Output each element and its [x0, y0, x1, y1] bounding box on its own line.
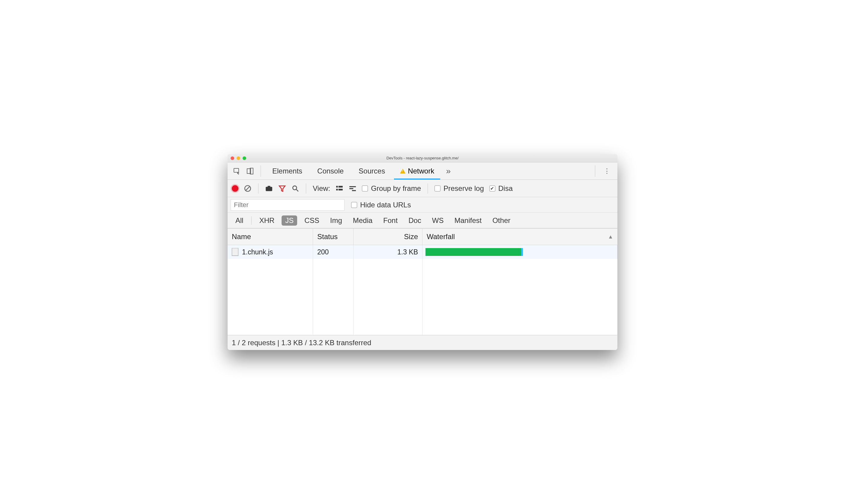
hide-data-urls-option[interactable]: Hide data URLs — [351, 201, 411, 209]
overview-icon[interactable] — [349, 184, 356, 192]
svg-rect-0 — [234, 168, 239, 172]
type-xhr[interactable]: XHR — [256, 215, 278, 226]
filter-icon[interactable] — [278, 184, 286, 192]
table-header: Name Status Size Waterfall ▲ — [228, 228, 617, 245]
tab-elements[interactable]: Elements — [266, 162, 308, 179]
preserve-log-label: Preserve log — [443, 184, 484, 193]
file-icon — [232, 248, 239, 256]
filter-input[interactable] — [231, 199, 345, 211]
search-icon[interactable] — [292, 184, 299, 192]
divider — [306, 183, 306, 194]
type-manifest[interactable]: Manifest — [451, 215, 486, 226]
device-toolbar-icon[interactable] — [245, 166, 255, 176]
warning-icon — [400, 169, 405, 174]
network-toolbar: View: Group by frame Preserve log Disa — [228, 180, 617, 197]
group-by-frame-label: Group by frame — [371, 184, 421, 193]
svg-rect-9 — [336, 189, 338, 190]
waterfall-bar — [425, 248, 523, 256]
cell-name: 1.chunk.js — [242, 248, 273, 256]
svg-rect-4 — [266, 187, 272, 191]
status-text: 1 / 2 requests | 1.3 KB / 13.2 KB transf… — [232, 339, 371, 347]
checkbox-icon[interactable] — [435, 185, 440, 192]
preserve-log-option[interactable]: Preserve log — [435, 184, 484, 193]
filter-row: Hide data URLs — [228, 197, 617, 213]
column-waterfall[interactable]: Waterfall ▲ — [423, 229, 617, 245]
kebab-menu-icon[interactable]: ⋮ — [601, 167, 613, 175]
disable-cache-option[interactable]: Disa — [489, 184, 513, 193]
status-bar: 1 / 2 requests | 1.3 KB / 13.2 KB transf… — [228, 335, 617, 350]
group-by-frame-option[interactable]: Group by frame — [362, 184, 421, 193]
tab-sources[interactable]: Sources — [353, 162, 391, 179]
type-media[interactable]: Media — [349, 215, 376, 226]
table-row[interactable]: 1.chunk.js 200 1.3 KB — [228, 245, 617, 259]
window-title: DevTools - react-lazy-suspense.glitch.me… — [228, 156, 617, 160]
svg-rect-10 — [338, 189, 343, 190]
title-bar: DevTools - react-lazy-suspense.glitch.me… — [228, 154, 617, 162]
type-filter-row: All XHR JS CSS Img Media Font Doc WS Man… — [228, 213, 617, 228]
svg-rect-7 — [336, 186, 338, 187]
table-body: 1.chunk.js 200 1.3 KB — [228, 245, 617, 335]
svg-rect-11 — [349, 186, 356, 187]
more-tabs-icon[interactable]: » — [443, 166, 453, 176]
cell-status: 200 — [313, 245, 354, 259]
type-ws[interactable]: WS — [428, 215, 447, 226]
type-font[interactable]: Font — [380, 215, 401, 226]
type-js[interactable]: JS — [282, 215, 297, 226]
divider — [595, 165, 595, 177]
checkbox-icon[interactable] — [362, 185, 368, 192]
record-button[interactable] — [232, 185, 239, 192]
divider — [261, 165, 261, 177]
requests-table: Name Status Size Waterfall ▲ 1.chunk.js … — [228, 228, 617, 335]
divider — [258, 183, 259, 194]
type-other[interactable]: Other — [489, 215, 514, 226]
svg-rect-5 — [268, 186, 270, 187]
panel-tabs: Elements Console Sources Network » ⋮ — [228, 162, 617, 180]
checkbox-checked-icon[interactable] — [489, 185, 495, 192]
hide-data-urls-label: Hide data URLs — [360, 201, 411, 209]
large-rows-icon[interactable] — [336, 184, 344, 192]
svg-point-6 — [293, 186, 297, 190]
traffic-lights — [231, 157, 246, 160]
cell-size: 1.3 KB — [354, 245, 423, 259]
sort-asc-icon: ▲ — [608, 234, 613, 240]
type-doc[interactable]: Doc — [405, 215, 425, 226]
minimize-window-button[interactable] — [236, 157, 240, 160]
svg-rect-8 — [338, 186, 343, 187]
tab-network[interactable]: Network — [394, 162, 440, 179]
tab-console[interactable]: Console — [311, 162, 350, 179]
svg-rect-13 — [352, 190, 356, 191]
type-css[interactable]: CSS — [301, 215, 323, 226]
capture-screenshot-icon[interactable] — [265, 184, 273, 192]
close-window-button[interactable] — [231, 157, 234, 160]
cell-waterfall — [423, 245, 617, 259]
type-all[interactable]: All — [232, 215, 247, 226]
type-img[interactable]: Img — [327, 215, 346, 226]
tab-network-label: Network — [408, 167, 434, 175]
view-label: View: — [313, 184, 330, 193]
column-size[interactable]: Size — [354, 229, 423, 245]
column-status[interactable]: Status — [313, 229, 354, 245]
column-waterfall-label: Waterfall — [427, 233, 455, 241]
column-name[interactable]: Name — [228, 229, 313, 245]
devtools-window: DevTools - react-lazy-suspense.glitch.me… — [228, 154, 617, 350]
checkbox-icon[interactable] — [351, 202, 357, 208]
inspect-element-icon[interactable] — [232, 166, 242, 176]
disable-cache-label: Disa — [498, 184, 513, 193]
svg-rect-12 — [349, 188, 353, 189]
clear-icon[interactable] — [244, 184, 251, 192]
zoom-window-button[interactable] — [243, 157, 246, 160]
